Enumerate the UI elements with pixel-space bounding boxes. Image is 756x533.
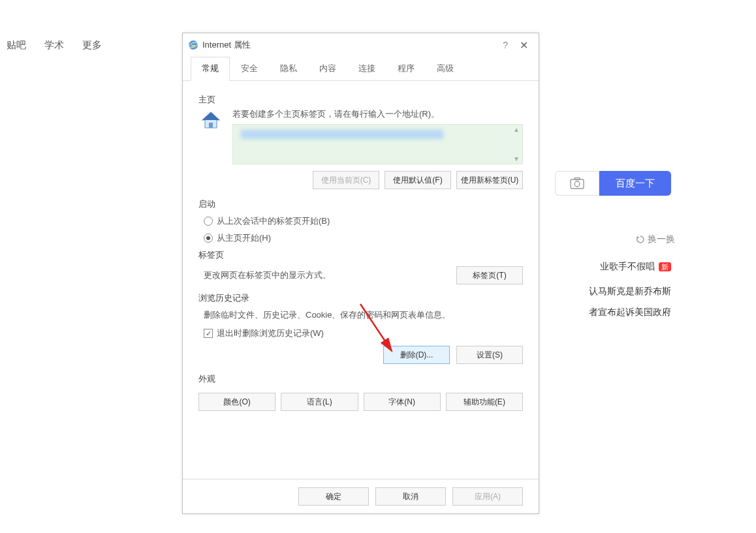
ie-icon: [188, 40, 198, 50]
help-button[interactable]: ?: [496, 40, 514, 50]
dialog-title: Internet 属性: [202, 39, 496, 51]
nav-more[interactable]: 更多: [82, 39, 102, 52]
tab-privacy[interactable]: 隐私: [269, 57, 308, 80]
appearance-label: 外观: [198, 373, 523, 385]
news-item-3[interactable]: 者宣布起诉美国政府: [589, 307, 671, 318]
delete-button[interactable]: 删除(D)...: [383, 346, 450, 364]
history-settings-button[interactable]: 设置(S): [456, 346, 523, 364]
svg-point-1: [575, 181, 580, 187]
cancel-button[interactable]: 取消: [375, 487, 446, 506]
home-icon: [198, 108, 223, 133]
tab-general[interactable]: 常规: [191, 57, 230, 81]
colors-button[interactable]: 颜色(O): [198, 393, 276, 411]
tabs-desc: 更改网页在标签页中的显示方式。: [204, 269, 331, 281]
new-badge: 新: [659, 262, 671, 271]
use-current-button[interactable]: 使用当前页(C): [313, 171, 379, 189]
homepage-desc: 若要创建多个主页标签页，请在每行输入一个地址(R)。: [232, 108, 523, 120]
language-button[interactable]: 语言(L): [281, 393, 358, 411]
apply-button[interactable]: 应用(A): [452, 487, 523, 506]
history-label: 浏览历史记录: [198, 292, 523, 304]
tab-connections[interactable]: 连接: [347, 57, 386, 80]
homepage-textarea[interactable]: ▲ ▼: [232, 124, 523, 164]
close-button[interactable]: ✕: [514, 39, 533, 52]
fonts-button[interactable]: 字体(N): [364, 393, 441, 411]
scroll-down-icon[interactable]: ▼: [513, 155, 520, 162]
svg-rect-5: [209, 123, 213, 128]
svg-rect-2: [575, 178, 580, 180]
use-default-button[interactable]: 使用默认值(F): [385, 171, 451, 189]
nav-xueshu[interactable]: 学术: [44, 39, 64, 52]
radio-last-session[interactable]: 从上次会话中的标签页开始(B): [204, 215, 523, 227]
delete-on-exit-checkbox[interactable]: ✓ 退出时删除浏览历史记录(W): [198, 327, 523, 339]
svg-rect-0: [571, 179, 584, 189]
tabs-section-label: 标签页: [198, 249, 523, 261]
refresh-link[interactable]: 换一换: [636, 234, 675, 245]
accessibility-button[interactable]: 辅助功能(E): [446, 393, 523, 411]
history-desc: 删除临时文件、历史记录、Cookie、保存的密码和网页表单信息。: [198, 309, 523, 321]
news-item-2[interactable]: 认马斯克是新乔布斯: [589, 286, 671, 297]
tab-advanced[interactable]: 高级: [426, 57, 465, 80]
ok-button[interactable]: 确定: [298, 487, 369, 506]
tabs-settings-button[interactable]: 标签页(T): [456, 266, 523, 284]
search-button[interactable]: 百度一下: [599, 171, 671, 196]
startup-label: 启动: [198, 198, 523, 210]
internet-properties-dialog: Internet 属性 ? ✕ 常规 安全 隐私 内容 连接 程序 高级 主页 …: [182, 33, 539, 514]
nav-tieba[interactable]: 贴吧: [7, 39, 26, 52]
scroll-up-icon[interactable]: ▲: [513, 126, 520, 133]
news-item-1[interactable]: 业歌手不假唱新: [600, 261, 671, 273]
use-newtab-button[interactable]: 使用新标签页(U): [456, 171, 523, 189]
tab-content[interactable]: 内容: [308, 57, 347, 80]
radio-homepage[interactable]: 从主页开始(H): [204, 232, 523, 244]
tab-programs[interactable]: 程序: [386, 57, 426, 80]
homepage-label: 主页: [198, 94, 523, 106]
tab-security[interactable]: 安全: [230, 57, 269, 80]
camera-icon[interactable]: [555, 171, 599, 196]
